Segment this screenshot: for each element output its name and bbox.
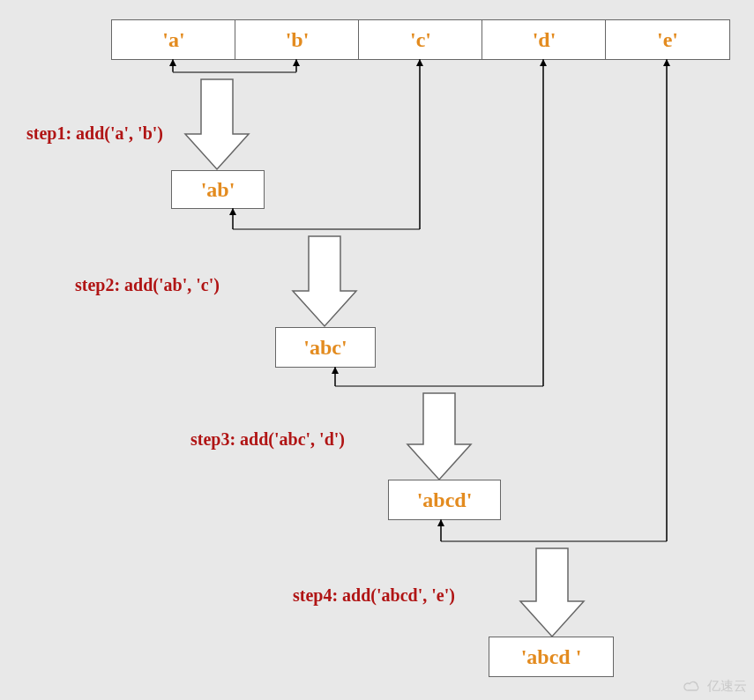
array-cell-a: 'a' (111, 19, 236, 60)
step2-label: step2: add('ab', 'c') (75, 275, 220, 295)
result-ab: 'ab' (171, 170, 265, 209)
array-cell-e: 'e' (605, 19, 730, 60)
result-abc: 'abc' (275, 327, 376, 368)
result-abcd: 'abcd' (388, 480, 501, 520)
array-cell-d: 'd' (482, 19, 607, 60)
step4-label: step4: add('abcd', 'e') (293, 585, 455, 606)
result-abcde: 'abcd ' (489, 637, 614, 677)
step3-label: step3: add('abc', 'd') (190, 429, 345, 450)
array-cell-c: 'c' (358, 19, 483, 60)
watermark: 亿速云 (683, 678, 747, 695)
watermark-text: 亿速云 (707, 678, 747, 695)
cloud-icon (683, 681, 704, 693)
step1-label: step1: add('a', 'b') (26, 123, 163, 144)
array-cell-b: 'b' (235, 19, 360, 60)
